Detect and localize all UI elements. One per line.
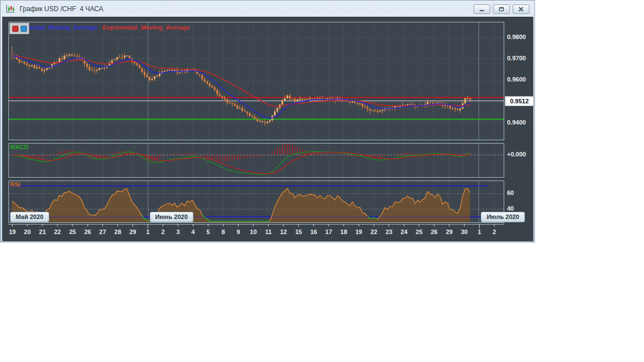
time-axis-label: 20 [24, 228, 31, 235]
time-axis-label: 5 [206, 228, 210, 235]
close-button[interactable] [513, 4, 529, 14]
time-axis-label: 19 [9, 228, 16, 235]
time-axis-label: 10 [250, 228, 257, 235]
minimize-icon [479, 7, 485, 12]
restore-icon [499, 7, 504, 12]
price-tick-label: 0.9400 [507, 119, 526, 126]
blue-indicator-button[interactable] [21, 26, 27, 32]
time-axis-label: 12 [280, 228, 287, 235]
rsi-panel-label: RSI [10, 181, 20, 188]
window-title: График USD /CHF 4 ЧАСА [20, 5, 103, 13]
title-bar[interactable]: График USD /CHF 4 ЧАСА [1, 1, 534, 17]
time-axis-label: 17 [325, 228, 332, 235]
rsi-tick-label: 40 [507, 205, 514, 212]
time-axis-label: 2 [493, 228, 496, 235]
minimize-button[interactable] [473, 4, 490, 14]
chart-object-buttons [10, 23, 29, 34]
price-chart-canvas [9, 22, 504, 140]
time-axis-label: 29 [129, 228, 136, 235]
time-axis-label: 11 [265, 228, 272, 235]
time-axis-label: 21 [39, 228, 46, 235]
rsi-indicator-panel[interactable] [8, 180, 504, 223]
macd-panel-label: MACD [10, 144, 29, 150]
time-axis-label: 29 [446, 228, 452, 235]
time-axis-label: 2 [161, 228, 164, 235]
time-axis-label: 8 [221, 228, 225, 235]
rsi-canvas [9, 181, 504, 222]
time-axis-label: 23 [386, 228, 392, 235]
time-axis-canvas: 1920212225262728291234589101112151617181… [8, 224, 504, 239]
time-axis-label: 25 [69, 228, 76, 235]
time-axis-label: 4 [191, 228, 195, 235]
time-axis-label: 1 [146, 228, 149, 235]
price-axis[interactable]: 0.9512 0.98000.97000.96000.95000.9400+0.… [504, 18, 534, 240]
macd-indicator-panel[interactable] [8, 143, 504, 178]
price-tick-label: 0.9700 [507, 55, 526, 61]
time-axis-label: 26 [430, 228, 437, 235]
time-axis-label: 22 [54, 228, 61, 235]
time-axis-label: 25 [416, 228, 423, 235]
time-axis-label: 27 [100, 228, 106, 235]
window-controls [473, 4, 529, 14]
desktop: { "window": { "title": "График USD /CHF … [0, 0, 644, 362]
price-tick-label: 0.9800 [507, 34, 526, 40]
indicator-legend: ential_Moving_Average Exponential_Moving… [29, 24, 190, 31]
time-axis[interactable]: 1920212225262728291234589101112151617181… [8, 224, 504, 239]
time-axis-label: 24 [401, 228, 408, 235]
month-marker-may: Май 2020 [10, 212, 49, 222]
macd-canvas [9, 144, 504, 177]
rsi-tick-label: 60 [507, 189, 514, 196]
macd-zero-label: +0.000 [507, 151, 526, 158]
current-price-badge: 0.9512 [505, 96, 534, 106]
legend-item-moving-average: ential_Moving_Average [29, 24, 97, 31]
time-axis-label: 30 [461, 228, 467, 235]
close-icon [518, 7, 524, 12]
time-axis-label: 15 [295, 228, 302, 235]
time-axis-label: 19 [356, 228, 362, 235]
legend-item-exponential-moving-average: Exponential_Moving_Average [102, 24, 190, 31]
time-axis-label: 22 [371, 228, 377, 235]
time-axis-label: 18 [340, 228, 347, 235]
price-tick-label: 0.9600 [507, 76, 526, 83]
red-indicator-button[interactable] [12, 26, 18, 32]
candlestick-chart-icon [6, 4, 16, 13]
time-axis-label: 26 [84, 228, 91, 235]
month-marker-june: Июнь 2020 [150, 212, 193, 222]
time-axis-label: 9 [236, 228, 240, 235]
restore-button[interactable] [493, 4, 510, 14]
chart-window: График USD /CHF 4 ЧАСА 19202122252627282… [0, 0, 535, 242]
time-axis-label: 1 [477, 228, 481, 235]
time-axis-label: 28 [115, 228, 121, 235]
price-chart-panel[interactable] [8, 22, 504, 140]
time-axis-label: 3 [176, 228, 179, 235]
month-marker-july: Июль 2020 [481, 212, 524, 222]
time-axis-label: 16 [310, 228, 317, 235]
